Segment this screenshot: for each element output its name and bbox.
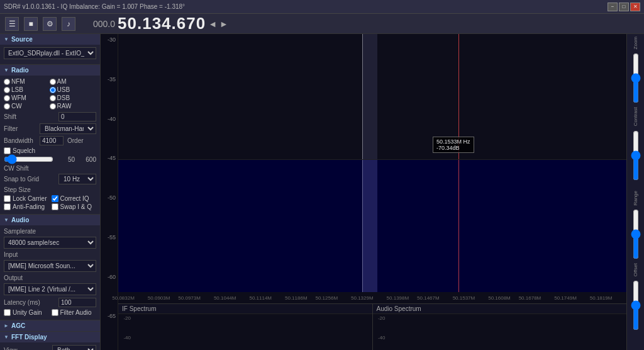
squelch-label: Squelch xyxy=(13,147,35,154)
db-scale: -30 -35 -40 -45 -50 -55 -60 -65 -70 -75 xyxy=(101,34,118,350)
freq-tick-12: 50.1678M xyxy=(519,295,541,301)
agc-section: ► AGC xyxy=(0,320,100,332)
freq-graph[interactable]: 50.1533M Hz -70.34dB xyxy=(118,34,626,160)
mode-cw[interactable]: CW xyxy=(4,103,48,110)
audio-header[interactable]: ▼ Audio xyxy=(0,215,100,225)
cw-shift-label: CW Shift xyxy=(4,165,28,172)
db-label-45: -45 xyxy=(101,155,118,161)
correct-check[interactable] xyxy=(52,195,58,202)
db-label-30: -30 xyxy=(101,37,118,43)
close-button[interactable]: ✕ xyxy=(630,3,640,11)
swap-check[interactable] xyxy=(52,203,58,210)
lock-check[interactable] xyxy=(4,195,11,202)
source-header[interactable]: ▼ Source xyxy=(0,34,100,45)
zoom-label: Zoom xyxy=(633,37,638,49)
if-canvas[interactable] xyxy=(132,314,372,350)
mode-usb[interactable]: USB xyxy=(50,86,94,93)
right-area: -30 -35 -40 -45 -50 -55 -60 -65 -70 -75 xyxy=(101,34,644,350)
mode-wfm[interactable]: WFM xyxy=(4,94,48,101)
freq-tick-4: 50.1114M xyxy=(249,295,272,301)
fft-header[interactable]: ▼ FFT Display xyxy=(0,332,100,342)
output-row: Output xyxy=(4,274,96,281)
db-label-35: -35 xyxy=(101,76,118,82)
wf-selected xyxy=(362,160,377,292)
agc-label: AGC xyxy=(11,322,25,329)
radio-section: ▼ Radio NFM AM LSB USB WFM DSB CW RAW Sh… xyxy=(0,65,100,215)
radio-header[interactable]: ▼ Radio xyxy=(0,65,100,76)
fft-section: ▼ FFT Display View Both Window Blackman-… xyxy=(0,332,100,350)
audio-body: Samplerate 48000 sample/sec Input [MME] … xyxy=(0,225,100,320)
unity-label: Unity Gain xyxy=(13,309,42,316)
audio-spectrum-panel: Audio Spectrum -20 -40 -60 -80 -100 xyxy=(373,304,627,350)
freq-tick-14: 50.1819M xyxy=(590,295,613,301)
freq-tick-2: 50.0973M xyxy=(178,295,201,301)
freq-tick-0: 50.0832M xyxy=(112,295,135,301)
squelch-row: Squelch xyxy=(4,147,96,154)
agc-header[interactable]: ► AGC xyxy=(0,320,100,331)
unity-row: Unity Gain xyxy=(4,309,49,316)
if-db-40: -40 xyxy=(118,335,132,341)
freq-tick-1: 50.0903M xyxy=(148,295,170,301)
maximize-button[interactable]: □ xyxy=(619,3,629,11)
mode-dsb[interactable]: DSB xyxy=(50,94,94,101)
left-panel: ▼ Source ExtIO_SDRplay.dll - ExtIO_SDRpl… xyxy=(0,34,101,350)
radio-label: Radio xyxy=(11,67,29,74)
view-select[interactable]: Both xyxy=(52,345,96,350)
source-driver-select[interactable]: ExtIO_SDRplay.dll - ExtIO_SDRplay.dll xyxy=(4,47,96,59)
freq-tick-7: 50.1329M xyxy=(351,295,374,301)
freq-tick-10: 50.1537M xyxy=(453,295,475,301)
squelch-slider[interactable] xyxy=(4,155,53,163)
mode-am[interactable]: AM xyxy=(50,78,94,85)
toolbar: ☰ ■ ⚙ ♪ 000.0 50.134.670 ◄ ► xyxy=(0,14,644,34)
minimize-button[interactable]: − xyxy=(608,3,618,11)
app-title: SDR# v1.0.0.1361 - IQ Imbalance: Gain = … xyxy=(4,3,185,10)
lock-correct-row: Lock Carrier Correct IQ xyxy=(4,195,96,203)
zoom-slider[interactable] xyxy=(631,53,641,103)
input-row: Input xyxy=(4,251,96,258)
shift-input[interactable] xyxy=(58,112,96,121)
filter-select[interactable]: Blackman-Harris 4 xyxy=(40,123,96,134)
filter-label: Filter xyxy=(4,125,18,132)
squelch-check[interactable] xyxy=(4,147,11,154)
menu-button[interactable]: ☰ xyxy=(5,17,19,31)
settings-button[interactable]: ⚙ xyxy=(43,17,57,31)
freq-axis: 50.0832M 50.0903M 50.0973M 50.1044M 50.1… xyxy=(118,292,626,303)
shift-label: Shift xyxy=(4,113,16,120)
stop-button[interactable]: ■ xyxy=(24,17,38,31)
contrast-slider[interactable] xyxy=(631,130,641,181)
mode-lsb[interactable]: LSB xyxy=(4,86,48,93)
audio-canvas[interactable] xyxy=(387,314,627,350)
latency-row: Latency (ms) xyxy=(4,298,96,307)
bw-input[interactable] xyxy=(40,136,64,145)
input-select[interactable]: [MME] Microsoft Soun... xyxy=(4,260,96,272)
offset-slider[interactable] xyxy=(631,280,641,330)
radio-body: NFM AM LSB USB WFM DSB CW RAW Shift Filt… xyxy=(0,76,100,214)
output-select[interactable]: [MME] Line 2 (Virtual /... xyxy=(4,283,96,295)
audio-db-40: -40 xyxy=(373,335,387,341)
if-db-20: -20 xyxy=(118,315,132,321)
antifade-check[interactable] xyxy=(4,203,11,210)
freq-tick-3: 50.1044M xyxy=(214,295,236,301)
audio-arrow: ▼ xyxy=(4,217,9,223)
freq-tick-11: 50.1608M xyxy=(488,295,511,301)
waterfall[interactable] xyxy=(118,160,626,292)
range-slider[interactable] xyxy=(631,209,641,259)
mode-nfm[interactable]: NFM xyxy=(4,78,48,85)
freq-main[interactable]: 50.134.670 xyxy=(118,14,206,33)
filter-audio-check[interactable] xyxy=(52,309,58,316)
mode-raw[interactable]: RAW xyxy=(50,103,94,110)
db-label-55: -55 xyxy=(101,234,118,240)
freq-right-arrow[interactable]: ► xyxy=(219,19,228,29)
source-section: ▼ Source ExtIO_SDRplay.dll - ExtIO_SDRpl… xyxy=(0,34,100,65)
audio-button[interactable]: ♪ xyxy=(62,17,75,31)
unity-check[interactable] xyxy=(4,309,11,316)
bw-label: Bandwidth xyxy=(4,137,38,144)
lock-label: Lock Carrier xyxy=(13,195,47,202)
wf-cursor-red xyxy=(458,160,459,292)
antifade-label: Anti-Fading xyxy=(13,203,45,210)
freq-left-arrow[interactable]: ◄ xyxy=(208,19,217,29)
swap-row: Swap I & Q xyxy=(52,203,97,210)
snap-select[interactable]: 10 Hz xyxy=(58,174,96,184)
latency-input[interactable] xyxy=(58,298,96,307)
samplerate-select[interactable]: 48000 sample/sec xyxy=(4,237,96,249)
